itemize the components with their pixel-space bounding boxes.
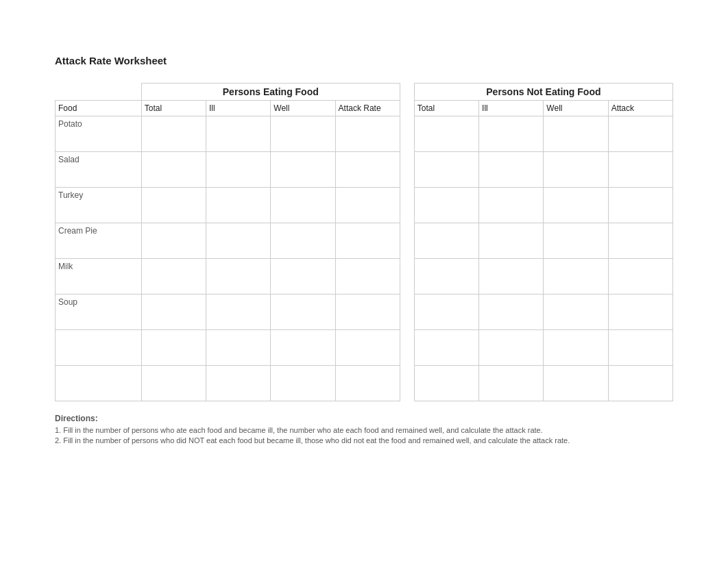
- attack-rate-cell[interactable]: [335, 295, 400, 330]
- total2-cell[interactable]: [414, 152, 478, 188]
- total-cell[interactable]: [141, 366, 206, 401]
- sep-cell[interactable]: [400, 259, 414, 295]
- sep-cell[interactable]: [400, 188, 414, 223]
- total2-cell[interactable]: [414, 330, 478, 366]
- well2-cell[interactable]: [544, 188, 608, 223]
- table-row: Turkey: [56, 188, 673, 223]
- total2-cell[interactable]: [414, 259, 478, 295]
- well2-cell[interactable]: [544, 152, 608, 188]
- total-cell[interactable]: [141, 116, 206, 152]
- col-total2-label: Total: [414, 101, 478, 116]
- col-well2-label: Well: [544, 101, 608, 116]
- total-cell[interactable]: [141, 152, 206, 188]
- food-cell[interactable]: [56, 330, 142, 366]
- col-ill2-label: Ill: [479, 101, 544, 116]
- attack-rate-table: Persons Eating Food Persons Not Eating F…: [55, 83, 673, 401]
- total-cell[interactable]: [141, 223, 206, 259]
- table-row: Cream Pie: [56, 223, 673, 259]
- total2-cell[interactable]: [414, 188, 478, 223]
- total-cell[interactable]: [141, 330, 206, 366]
- total-cell[interactable]: [141, 188, 206, 223]
- ill-cell[interactable]: [206, 152, 271, 188]
- well2-cell[interactable]: [544, 366, 608, 401]
- attack-rate-cell[interactable]: [335, 330, 400, 366]
- well-cell[interactable]: [271, 295, 335, 330]
- well-cell[interactable]: [271, 259, 335, 295]
- attack-rate-cell[interactable]: [335, 116, 400, 152]
- food-cell[interactable]: [56, 366, 142, 401]
- table-row: Potato: [56, 116, 673, 152]
- table-row: [56, 330, 673, 366]
- well-cell[interactable]: [271, 366, 335, 401]
- ill-cell[interactable]: [206, 116, 271, 152]
- sep-cell[interactable]: [400, 116, 414, 152]
- total-cell[interactable]: [141, 259, 206, 295]
- ill2-cell[interactable]: [479, 223, 544, 259]
- table-row: Salad: [56, 152, 673, 188]
- total2-cell[interactable]: [414, 116, 478, 152]
- well-cell[interactable]: [271, 152, 335, 188]
- well2-cell[interactable]: [544, 223, 608, 259]
- ill-cell[interactable]: [206, 259, 271, 295]
- well2-cell[interactable]: [544, 116, 608, 152]
- ill-cell[interactable]: [206, 330, 271, 366]
- food-cell[interactable]: Soup: [56, 295, 142, 330]
- well2-cell[interactable]: [544, 259, 608, 295]
- well-cell[interactable]: [271, 188, 335, 223]
- attack2-cell[interactable]: [608, 330, 672, 366]
- ill2-cell[interactable]: [479, 295, 544, 330]
- sep-cell[interactable]: [400, 330, 414, 366]
- total2-cell[interactable]: [414, 295, 478, 330]
- ill2-cell[interactable]: [479, 152, 544, 188]
- sep-cell[interactable]: [400, 223, 414, 259]
- eating-food-header: Persons Eating Food: [141, 84, 400, 101]
- attack2-cell[interactable]: [608, 116, 672, 152]
- ill-cell[interactable]: [206, 223, 271, 259]
- notes-section: Directions: 1. Fill in the number of per…: [55, 414, 673, 445]
- attack2-cell[interactable]: [608, 295, 672, 330]
- page-title: Attack Rate Worksheet: [55, 55, 673, 66]
- page: Attack Rate Worksheet Persons Eating Foo…: [0, 0, 728, 563]
- attack-rate-cell[interactable]: [335, 366, 400, 401]
- total2-cell[interactable]: [414, 223, 478, 259]
- well-cell[interactable]: [271, 330, 335, 366]
- ill-cell[interactable]: [206, 295, 271, 330]
- attack2-cell[interactable]: [608, 366, 672, 401]
- attack2-cell[interactable]: [608, 188, 672, 223]
- ill-cell[interactable]: [206, 188, 271, 223]
- food-cell[interactable]: Potato: [56, 116, 142, 152]
- attack2-cell[interactable]: [608, 152, 672, 188]
- attack-rate-cell[interactable]: [335, 223, 400, 259]
- total-cell[interactable]: [141, 295, 206, 330]
- attack-rate-cell[interactable]: [335, 188, 400, 223]
- sep-cell[interactable]: [400, 366, 414, 401]
- table-body: PotatoSaladTurkeyCream PieMilkSoup: [56, 116, 673, 401]
- ill2-cell[interactable]: [479, 116, 544, 152]
- well-cell[interactable]: [271, 223, 335, 259]
- sep-cell[interactable]: [400, 295, 414, 330]
- ill2-cell[interactable]: [479, 259, 544, 295]
- attack2-cell[interactable]: [608, 259, 672, 295]
- col-food-label: Food: [56, 101, 142, 116]
- col-attack-rate-label: Attack Rate: [335, 101, 400, 116]
- attack2-cell[interactable]: [608, 223, 672, 259]
- well2-cell[interactable]: [544, 330, 608, 366]
- attack-rate-cell[interactable]: [335, 152, 400, 188]
- notes-title: Directions:: [55, 414, 673, 423]
- col-total-label: Total: [141, 101, 206, 116]
- total2-cell[interactable]: [414, 366, 478, 401]
- note-line-1: 1. Fill in the number of persons who ate…: [55, 426, 673, 434]
- ill2-cell[interactable]: [479, 366, 544, 401]
- ill2-cell[interactable]: [479, 188, 544, 223]
- food-cell[interactable]: Salad: [56, 152, 142, 188]
- ill-cell[interactable]: [206, 366, 271, 401]
- food-cell[interactable]: Milk: [56, 259, 142, 295]
- col-attack2-label: Attack: [608, 101, 672, 116]
- attack-rate-cell[interactable]: [335, 259, 400, 295]
- sep-cell[interactable]: [400, 152, 414, 188]
- food-cell[interactable]: Turkey: [56, 188, 142, 223]
- well-cell[interactable]: [271, 116, 335, 152]
- ill2-cell[interactable]: [479, 330, 544, 366]
- food-cell[interactable]: Cream Pie: [56, 223, 142, 259]
- well2-cell[interactable]: [544, 295, 608, 330]
